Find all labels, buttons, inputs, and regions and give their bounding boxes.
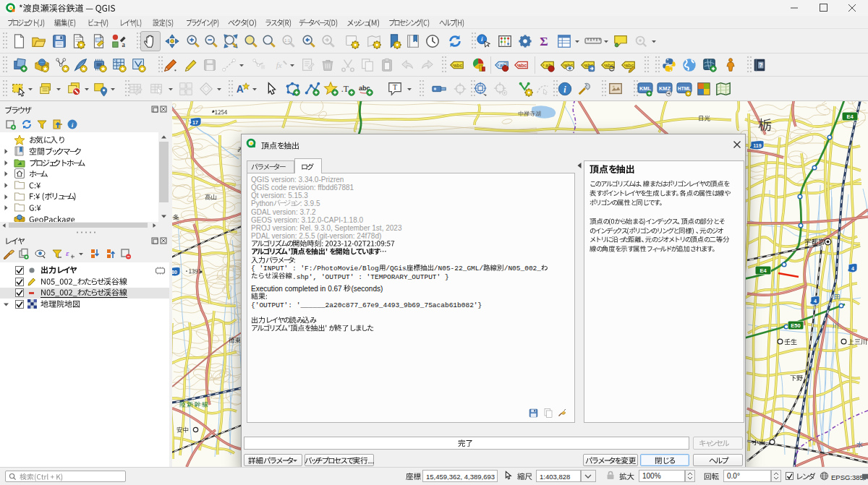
- svg-text:HTML: HTML: [678, 86, 691, 91]
- svg-text:E4: E4: [846, 113, 854, 120]
- svg-text:abc: abc: [518, 63, 527, 68]
- svg-text:4: 4: [851, 266, 854, 271]
- svg-text:119: 119: [753, 143, 761, 148]
- svg-text:1:1: 1:1: [284, 38, 290, 43]
- svg-text:ε: ε: [66, 249, 69, 257]
- svg-text:abc: abc: [454, 63, 462, 68]
- svg-text:?: ?: [759, 62, 762, 69]
- svg-text:a: a: [122, 40, 126, 48]
- svg-text:T: T: [393, 83, 397, 91]
- svg-text:E4: E4: [760, 267, 767, 274]
- svg-text:4: 4: [814, 299, 817, 304]
- svg-text:17: 17: [192, 120, 198, 125]
- svg-text:80: 80: [171, 270, 177, 275]
- svg-text:E50: E50: [791, 322, 800, 329]
- svg-text:fx: fx: [276, 61, 282, 69]
- svg-text:.T: .T: [341, 84, 349, 94]
- svg-text:Σ: Σ: [540, 34, 548, 48]
